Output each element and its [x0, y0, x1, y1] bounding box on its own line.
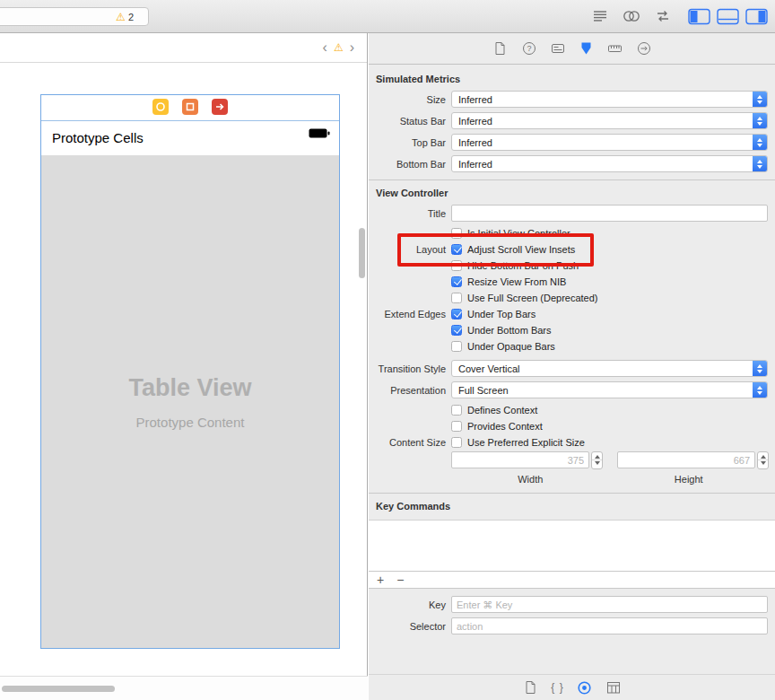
- popup-arrows-icon: [753, 92, 767, 107]
- field-label: Top Bar: [369, 137, 446, 148]
- field-label: Bottom Bar: [369, 159, 446, 170]
- code-snippet-library-icon[interactable]: { }: [551, 681, 563, 694]
- horizontal-scrollbar[interactable]: [2, 686, 115, 692]
- toggle-debug-area-button[interactable]: [716, 7, 739, 25]
- checkbox[interactable]: [451, 437, 462, 448]
- view-controller-icon[interactable]: [152, 99, 169, 117]
- size-fields-row: [369, 451, 768, 468]
- checkbox-label: Defines Context: [467, 405, 537, 416]
- checkbox[interactable]: [451, 293, 462, 303]
- standard-editor-button[interactable]: [588, 7, 612, 25]
- check-row-hide-bottom-bar: Hide Bottom Bar on Push: [369, 258, 768, 272]
- back-arrow[interactable]: ‹: [323, 40, 327, 55]
- checkbox-label: Adjust Scroll View Insets: [467, 244, 575, 255]
- checkbox[interactable]: [451, 325, 462, 336]
- width-field[interactable]: [451, 451, 589, 468]
- checkbox-label: Use Preferred Explicit Size: [467, 437, 585, 448]
- checkbox[interactable]: [451, 276, 462, 287]
- activity-viewer[interactable]: ⚠ 2: [0, 7, 149, 26]
- field-label: Content Size: [369, 437, 446, 448]
- checkbox[interactable]: [451, 341, 462, 352]
- checkbox[interactable]: [451, 309, 462, 319]
- field-label: Size: [369, 94, 446, 105]
- width-group: [451, 451, 603, 469]
- width-label: Width: [451, 474, 610, 485]
- status-bar-popup[interactable]: Inferred: [451, 112, 768, 129]
- popup-value: Full Screen: [458, 385, 509, 396]
- metric-row-status-bar: Status Bar Inferred: [369, 112, 768, 129]
- checkbox[interactable]: [451, 244, 462, 255]
- checkbox-label: Hide Bottom Bar on Push: [467, 260, 579, 271]
- panel-toggle-buttons: [687, 7, 768, 25]
- check-row-preferred-explicit-size: Content Size Use Preferred Explicit Size: [369, 435, 768, 449]
- check-row-resize-view: Resize View From NIB: [369, 275, 768, 288]
- popup-arrows-icon: [753, 113, 767, 128]
- selector-field[interactable]: [451, 617, 768, 634]
- toolbar: ⚠ 2: [0, 0, 775, 33]
- metric-row-bottom-bar: Bottom Bar Inferred: [369, 155, 768, 172]
- media-library-icon[interactable]: [605, 679, 622, 696]
- exit-icon[interactable]: [212, 99, 228, 117]
- field-label: Status Bar: [369, 116, 446, 127]
- size-labels-row: Width Height: [369, 473, 768, 486]
- svg-text:?: ?: [527, 44, 531, 53]
- check-row-under-top-bars: Extend Edges Under Top Bars: [369, 307, 768, 320]
- checkbox-label: Under Opaque Bars: [467, 341, 555, 352]
- connections-inspector-tab[interactable]: [636, 40, 652, 57]
- title-field[interactable]: [451, 205, 768, 222]
- checkbox-label: Provides Context: [467, 421, 543, 432]
- popup-arrows-icon: [753, 361, 767, 376]
- bottom-bar-popup[interactable]: Inferred: [451, 155, 768, 172]
- toggle-navigator-button[interactable]: [687, 7, 710, 25]
- toggle-inspectors-button[interactable]: [745, 7, 768, 25]
- table-view-subtitle: Prototype Content: [136, 415, 245, 430]
- object-library-icon-selected[interactable]: [577, 679, 593, 696]
- checkbox-label: Is Initial View Controller: [467, 228, 570, 239]
- section-view-controller: View Controller: [369, 180, 775, 205]
- inspector-content: Simulated Metrics Size Inferred Status B…: [369, 65, 775, 634]
- version-editor-button[interactable]: [651, 7, 675, 25]
- height-stepper[interactable]: [757, 451, 769, 469]
- height-group: [617, 451, 769, 469]
- table-view-title: Table View: [128, 374, 251, 402]
- checkbox-label: Under Bottom Bars: [467, 325, 552, 336]
- height-field[interactable]: [617, 451, 755, 468]
- checkbox[interactable]: [451, 405, 462, 416]
- vertical-scrollbar[interactable]: [359, 228, 365, 278]
- assistant-editor-button[interactable]: [620, 7, 643, 25]
- first-responder-icon[interactable]: [182, 99, 198, 117]
- checkbox[interactable]: [451, 228, 462, 239]
- field-label: Extend Edges: [369, 309, 446, 319]
- forward-arrow[interactable]: ›: [350, 40, 354, 55]
- popup-value: Inferred: [458, 116, 492, 127]
- identity-inspector-tab[interactable]: [550, 40, 566, 57]
- table-view-body[interactable]: Table View Prototype Content: [41, 155, 339, 648]
- checkbox[interactable]: [451, 260, 462, 271]
- attributes-inspector-tab-selected[interactable]: [579, 40, 595, 57]
- size-popup[interactable]: Inferred: [451, 91, 768, 108]
- popup-value: Inferred: [458, 137, 492, 148]
- top-bar-popup[interactable]: Inferred: [451, 134, 768, 151]
- prototype-cells-label: Prototype Cells: [52, 130, 144, 145]
- title-row: Title: [369, 205, 768, 222]
- view-controller-scene[interactable]: Prototype Cells Table View Prototype Con…: [40, 94, 340, 649]
- key-field[interactable]: [451, 596, 768, 613]
- size-inspector-tab[interactable]: [607, 40, 623, 57]
- file-template-library-icon[interactable]: [522, 679, 538, 696]
- quick-help-tab[interactable]: ?: [521, 40, 537, 57]
- key-command-fields: Key Selector: [369, 589, 775, 634]
- file-inspector-tab[interactable]: [492, 40, 509, 57]
- width-stepper[interactable]: [591, 451, 603, 469]
- warning-count: 2: [128, 12, 134, 22]
- editor-mode-buttons: [588, 7, 675, 25]
- presentation-popup[interactable]: Full Screen: [451, 381, 768, 398]
- section-simulated-metrics: Simulated Metrics: [369, 66, 775, 91]
- key-commands-table[interactable]: [369, 520, 775, 572]
- issue-warning-icon[interactable]: ⚠: [334, 42, 344, 53]
- add-key-command-button[interactable]: +: [377, 573, 384, 586]
- transition-style-popup[interactable]: Cover Vertical: [451, 360, 768, 377]
- checkbox[interactable]: [451, 421, 462, 432]
- remove-key-command-button[interactable]: −: [396, 573, 404, 586]
- battery-icon: [309, 128, 330, 140]
- popup-value: Cover Vertical: [458, 363, 519, 374]
